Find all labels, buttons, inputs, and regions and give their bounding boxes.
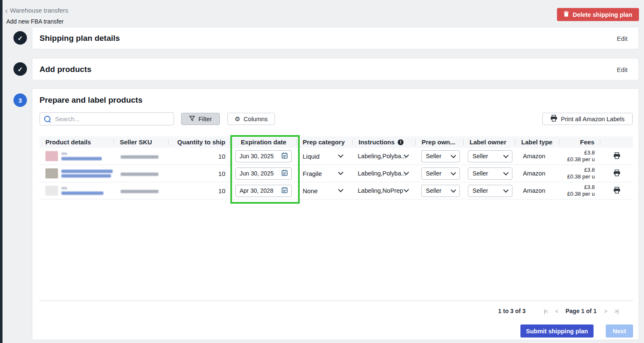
search-input[interactable] — [54, 115, 169, 123]
search-icon — [44, 116, 50, 122]
print-label-button[interactable] — [600, 187, 633, 195]
delete-button-label: Delete shipping plan — [573, 11, 632, 18]
header-expiration-date[interactable]: Expiration date — [230, 136, 297, 148]
prep-owner-select[interactable]: Seller — [421, 185, 460, 197]
search-box[interactable] — [40, 112, 174, 125]
redacted-product-link[interactable] — [61, 157, 102, 160]
instructions-dropdown[interactable]: Labeling,NoPrep — [353, 182, 416, 199]
breadcrumb[interactable]: ‹ Warehouse transfers — [5, 7, 68, 14]
pagination-range-label: 1 to 3 of 3 — [498, 308, 525, 314]
quantity-value: 10 — [169, 170, 230, 177]
chevron-down-icon — [451, 153, 456, 158]
columns-button[interactable]: ⚙ Columns — [227, 113, 275, 125]
print-label-button[interactable] — [600, 152, 633, 160]
submit-shipping-plan-button[interactable]: Submit shipping plan — [520, 324, 594, 338]
redacted-product-link[interactable] — [61, 174, 111, 178]
expiration-date-input[interactable]: Jun 30, 2025 — [235, 150, 292, 162]
fees-cell: £3.8 £0.38 per u — [560, 149, 600, 163]
filter-button-label: Filter — [198, 116, 212, 122]
prep-category-dropdown[interactable]: Fragile — [297, 165, 353, 182]
fee-per-unit: £0.38 per u — [560, 173, 595, 180]
step-3-number: 3 — [18, 97, 22, 104]
check-icon: ✓ — [18, 66, 23, 72]
label-owner-value: Seller — [472, 153, 488, 160]
prep-owner-value: Seller — [426, 187, 441, 194]
expiration-date-input[interactable]: Jun 30, 2025 — [235, 168, 292, 180]
chevron-down-icon — [404, 187, 409, 192]
chevron-down-icon — [451, 187, 456, 193]
redacted-product-link[interactable] — [61, 191, 103, 195]
chevron-down-icon — [338, 152, 343, 158]
product-thumbnail — [45, 186, 58, 196]
header-fees[interactable]: Fees — [560, 136, 600, 148]
info-icon[interactable] — [398, 139, 404, 145]
header-quantity-to-ship[interactable]: Quantity to ship — [169, 136, 230, 148]
fee-per-unit: £0.38 per u — [560, 191, 595, 197]
print-label-button[interactable] — [600, 170, 633, 178]
instructions-value: Labeling,NoPrep — [358, 187, 403, 194]
instructions-dropdown[interactable]: Labeling,Polyba... — [353, 165, 416, 182]
filter-button[interactable]: Filter — [181, 113, 220, 125]
printer-icon — [613, 170, 620, 178]
prep-owner-select[interactable]: Seller — [421, 150, 460, 162]
redacted-seller-sku — [121, 190, 158, 193]
expiration-date-value: Jun 30, 2025 — [240, 153, 274, 160]
redacted-seller-sku — [121, 173, 158, 176]
product-text-lines — [61, 170, 113, 178]
fee-amount: £3.8 — [560, 149, 595, 156]
header-product-details[interactable]: Product details — [40, 136, 114, 148]
header-label-owner[interactable]: Label owner — [464, 136, 515, 148]
print-all-labels-button[interactable]: Print all Amazon Labels — [542, 113, 633, 125]
fee-amount: £3.8 — [560, 184, 595, 191]
header-prep-category[interactable]: Prep category — [297, 136, 353, 148]
calendar-icon — [282, 187, 288, 194]
gear-icon: ⚙ — [235, 116, 240, 122]
header-instructions[interactable]: Instructions — [353, 136, 416, 148]
prep-category-value: Fragile — [303, 170, 322, 177]
last-page-icon[interactable]: >| — [615, 308, 618, 314]
header-seller-sku[interactable]: Seller SKU — [114, 136, 169, 148]
next-button[interactable]: Next — [606, 324, 633, 338]
expiration-date-input[interactable]: Apr 30, 2028 — [235, 185, 292, 197]
redacted-product-link[interactable] — [61, 170, 113, 173]
fee-per-unit: £0.38 per u — [560, 156, 595, 163]
prep-owner-select[interactable]: Seller — [421, 168, 460, 180]
fees-cell: £3.8 £0.38 per u — [560, 184, 600, 197]
label-owner-select[interactable]: Seller — [468, 168, 512, 180]
quantity-value: 10 — [169, 187, 230, 194]
chevron-down-icon — [451, 170, 456, 175]
prep-category-dropdown[interactable]: None — [297, 182, 353, 199]
printer-icon — [613, 187, 620, 195]
chevron-down-icon — [503, 153, 509, 158]
shipping-plan-details-section: Shipping plan details Edit — [32, 27, 639, 49]
edit-shipping-plan-details-link[interactable]: Edit — [617, 35, 628, 42]
redacted-seller-sku — [121, 155, 158, 159]
label-type-value: Amazon — [515, 170, 560, 177]
edit-add-products-link[interactable]: Edit — [617, 66, 628, 73]
prep-owner-value: Seller — [426, 153, 441, 160]
header-label-type[interactable]: Label type — [515, 136, 560, 148]
header-prep-owner[interactable]: Prep own... — [416, 136, 464, 148]
table-row: title 10 Apr 30, 2028 None Labeling,NoPr… — [40, 182, 633, 199]
print-all-labels-label: Print all Amazon Labels — [561, 116, 625, 122]
label-owner-value: Seller — [472, 170, 488, 177]
label-owner-select[interactable]: Seller — [468, 150, 512, 162]
delete-shipping-plan-button[interactable]: Delete shipping plan — [557, 8, 639, 21]
first-page-icon[interactable]: |< — [544, 308, 547, 314]
label-owner-select[interactable]: Seller — [468, 185, 512, 197]
products-table: Product details Seller SKU Quantity to s… — [40, 136, 633, 199]
fba-transfer-page: ‹ Warehouse transfers Add new FBA transf… — [0, 0, 644, 343]
seller-sku-cell — [114, 187, 169, 194]
prep-owner-value: Seller — [426, 170, 441, 177]
prev-page-icon[interactable]: < — [555, 308, 558, 314]
instructions-value: Labeling,Polyba... — [358, 170, 406, 177]
calendar-icon — [282, 170, 288, 177]
next-page-icon[interactable]: > — [604, 308, 607, 314]
quantity-value: 10 — [169, 153, 230, 160]
step-3-indicator: 3 — [13, 93, 27, 107]
instructions-dropdown[interactable]: Labeling,Polyba... — [353, 148, 416, 165]
trash-icon — [564, 11, 569, 18]
label-type-value: Amazon — [515, 187, 560, 194]
chevron-down-icon — [503, 187, 509, 193]
prep-category-dropdown[interactable]: Liquid — [297, 148, 353, 165]
